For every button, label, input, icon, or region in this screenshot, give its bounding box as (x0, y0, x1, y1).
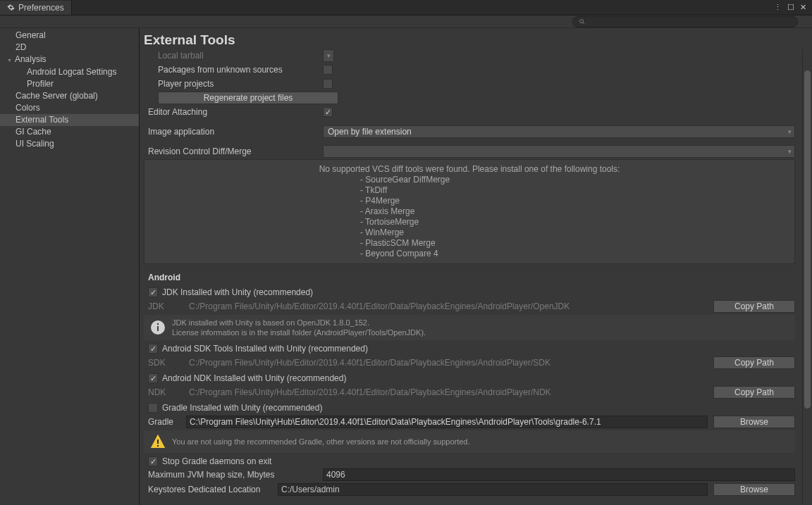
scrollbar-thumb[interactable] (804, 70, 811, 409)
sidebar-item-gi-cache[interactable]: GI Cache (0, 126, 139, 138)
search-icon (579, 18, 586, 25)
vcs-tool-item: - WinMerge (149, 227, 790, 238)
gradle-path-field[interactable] (186, 416, 708, 428)
revision-label: Revision Control Diff/Merge (144, 146, 323, 156)
vcs-tool-item: - SourceGear DiffMerge (149, 175, 790, 185)
titlebar: Preferences ⋮ ☐ ✕ (0, 0, 812, 15)
close-icon[interactable]: ✕ (799, 3, 808, 12)
gradle-check-label: Gradle Installed with Unity (recommended… (162, 403, 322, 413)
vertical-scrollbar[interactable] (802, 49, 812, 505)
sdk-checkbox[interactable] (148, 344, 158, 354)
local-tarball-label: Local tarball (144, 51, 323, 61)
regenerate-button[interactable]: Regenerate project files (158, 92, 338, 104)
sidebar-item-cache-server-global-[interactable]: Cache Server (global) (0, 90, 139, 102)
vcs-tool-item: - Araxis Merge (149, 206, 790, 217)
content-area: External Tools Local tarball Packages fr… (140, 28, 812, 505)
menu-icon[interactable]: ⋮ (773, 3, 783, 12)
keystore-path-field[interactable]: C:/Users/admin (278, 483, 708, 496)
player-projects-label: Player projects (144, 79, 323, 89)
gradle-browse-button[interactable]: Browse (713, 416, 795, 428)
info-icon (149, 319, 166, 336)
sdk-check-label: Android SDK Tools Installed with Unity (… (162, 344, 368, 354)
svg-rect-5 (157, 439, 159, 444)
search-row (0, 15, 812, 28)
vcs-info-box: No supported VCS diff tools were found. … (144, 159, 795, 264)
stop-daemons-checkbox[interactable] (148, 456, 158, 466)
maximize-icon[interactable]: ☐ (786, 3, 796, 12)
jvm-heap-label: Maximum JVM heap size, Mbytes (144, 470, 323, 480)
image-app-dropdown[interactable]: Open by file extension (323, 125, 795, 138)
sdk-copy-button[interactable]: Copy Path (713, 356, 795, 369)
sidebar-item-ui-scaling[interactable]: UI Scaling (0, 138, 139, 150)
player-projects-checkbox[interactable] (323, 79, 333, 89)
sidebar-item-colors[interactable]: Colors (0, 102, 139, 114)
jvm-heap-field[interactable]: 4096 (323, 468, 795, 481)
sidebar-item-analysis[interactable]: Analysis (0, 54, 139, 66)
ndk-copy-button[interactable]: Copy Path (713, 386, 795, 399)
svg-point-0 (580, 20, 584, 23)
page-title: External Tools (140, 28, 812, 52)
unknown-sources-checkbox[interactable] (323, 65, 333, 75)
keystore-label: Keystores Dedicated Location (144, 485, 275, 494)
window-controls: ⋮ ☐ ✕ (773, 3, 812, 12)
local-tarball-dropdown[interactable] (323, 49, 334, 62)
jdk-check-label: JDK Installed with Unity (recommended) (162, 287, 313, 297)
jdk-copy-button[interactable]: Copy Path (713, 300, 795, 313)
vcs-tool-item: - PlasticSCM Merge (149, 238, 790, 249)
keystore-browse-button[interactable]: Browse (713, 483, 795, 496)
search-input[interactable] (572, 16, 798, 27)
jdk-info-box: JDK installed with Unity is based on Ope… (144, 315, 795, 340)
preferences-tab[interactable]: Preferences (0, 1, 72, 15)
ndk-path-field: C:/Program Files/Unity/Hub/Editor/2019.4… (186, 386, 708, 399)
jdk-label: JDK (144, 301, 183, 311)
stop-daemons-label: Stop Gradle daemons on exit (162, 456, 271, 466)
sdk-label: SDK (144, 358, 183, 368)
tab-title: Preferences (18, 3, 64, 13)
jdk-path-field: C:/Program Files/Unity/Hub/Editor/2019.4… (186, 300, 708, 313)
warning-icon (149, 433, 166, 450)
unknown-sources-label: Packages from unknown sources (144, 65, 323, 75)
svg-rect-3 (157, 326, 159, 331)
sidebar-item-android-logcat-settings[interactable]: Android Logcat Settings (0, 66, 139, 78)
gear-icon (7, 4, 15, 11)
gradle-checkbox[interactable] (148, 403, 158, 413)
svg-line-1 (583, 23, 584, 24)
vcs-tool-item: - P4Merge (149, 196, 790, 206)
svg-point-4 (157, 323, 159, 325)
sidebar-item-external-tools[interactable]: External Tools (0, 114, 139, 126)
sidebar-item-profiler[interactable]: Profiler (0, 78, 139, 90)
editor-attaching-label: Editor Attaching (144, 107, 323, 117)
image-app-label: Image application (144, 127, 323, 137)
revision-dropdown[interactable] (323, 145, 795, 158)
svg-point-6 (157, 445, 159, 447)
editor-attaching-checkbox[interactable] (323, 107, 333, 117)
vcs-tool-item: - Beyond Compare 4 (149, 249, 790, 259)
gradle-warn-box: You are not using the recommended Gradle… (144, 430, 795, 453)
ndk-checkbox[interactable] (148, 373, 158, 383)
android-section-title: Android (144, 266, 795, 285)
ndk-check-label: Android NDK Installed with Unity (recomm… (162, 373, 346, 383)
vcs-tool-item: - TkDiff (149, 185, 790, 196)
ndk-label: NDK (144, 387, 183, 397)
sdk-path-field: C:/Program Files/Unity/Hub/Editor/2019.4… (186, 356, 708, 369)
sidebar-item-2d[interactable]: 2D (0, 42, 139, 54)
sidebar: General2DAnalysisAndroid Logcat Settings… (0, 28, 140, 505)
sidebar-item-general[interactable]: General (0, 30, 139, 42)
gradle-label: Gradle (144, 417, 183, 427)
vcs-tool-item: - TortoiseMerge (149, 217, 790, 227)
vcs-message: No supported VCS diff tools were found. … (149, 164, 790, 175)
jdk-checkbox[interactable] (148, 287, 158, 297)
